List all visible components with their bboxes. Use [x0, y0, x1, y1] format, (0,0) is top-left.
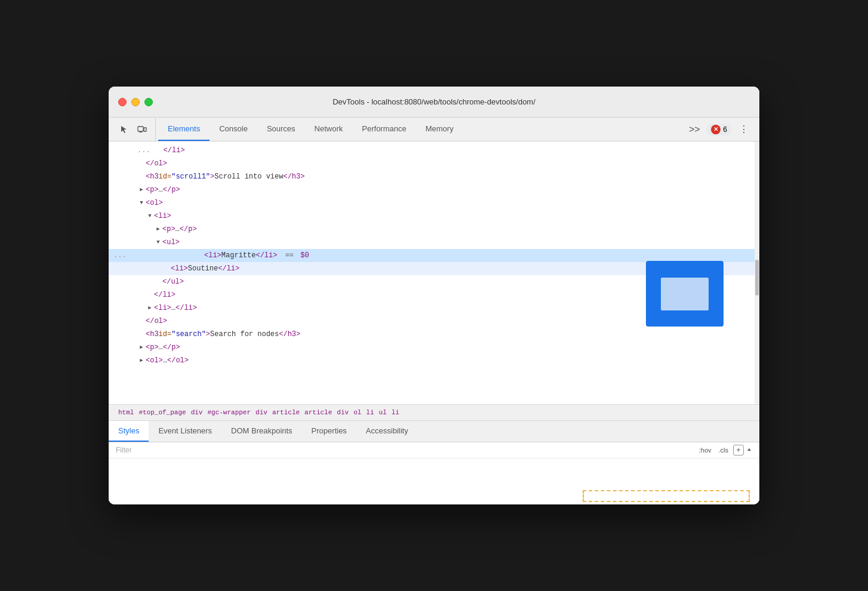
- cls-filter-button[interactable]: .cls: [716, 445, 731, 455]
- element-preview-inner: [661, 278, 709, 310]
- filter-input[interactable]: [116, 446, 692, 454]
- expand-triangle[interactable]: [137, 341, 146, 353]
- ellipsis: ...: [137, 144, 150, 156]
- breadcrumb-item-div3[interactable]: div: [334, 409, 351, 416]
- dom-scrollbar[interactable]: [755, 141, 759, 404]
- dom-line[interactable]: <ul>: [109, 236, 759, 249]
- dom-line[interactable]: <ol>…</ol>: [109, 354, 759, 367]
- device-icon-button[interactable]: [134, 121, 150, 138]
- dom-line[interactable]: <h3 id="scroll1">Scroll into view</h3>: [109, 170, 759, 183]
- breadcrumb-item-article2[interactable]: article: [302, 409, 334, 416]
- devtools-window: DevTools - localhost:8080/web/tools/chro…: [109, 87, 759, 504]
- expand-triangle[interactable]: [146, 302, 154, 314]
- window-title: DevTools - localhost:8080/web/tools/chro…: [333, 97, 535, 106]
- breadcrumb-item-article1[interactable]: article: [270, 409, 302, 416]
- dom-line[interactable]: <p>…</p>: [109, 223, 759, 236]
- bottom-content: [109, 458, 759, 504]
- collapse-triangle[interactable]: [154, 236, 162, 248]
- breadcrumb-item-div2[interactable]: div: [253, 409, 270, 416]
- traffic-lights: [118, 98, 153, 106]
- tab-memory[interactable]: Memory: [416, 118, 463, 141]
- element-preview: [646, 261, 724, 327]
- hov-filter-button[interactable]: :hov: [697, 445, 714, 455]
- bottom-tab-dom-breakpoints[interactable]: DOM Breakpoints: [221, 421, 302, 442]
- bottom-tab-styles[interactable]: Styles: [109, 421, 149, 442]
- dom-line[interactable]: <p>…</p>: [109, 341, 759, 354]
- new-rule-icon: [746, 447, 752, 453]
- breadcrumb-item-top-of-page[interactable]: #top_of_page: [136, 409, 188, 416]
- dom-line[interactable]: <li>: [109, 210, 759, 223]
- maximize-button[interactable]: [144, 98, 153, 106]
- tab-performance[interactable]: Performance: [352, 118, 415, 141]
- dom-line[interactable]: <h3 id="search">Search for nodes</h3>: [109, 328, 759, 341]
- breadcrumb-item-ol[interactable]: ol: [351, 409, 364, 416]
- bottom-hint-box: [583, 490, 750, 502]
- dom-line-selected[interactable]: ... <li>Magritte</li> == $0: [109, 249, 759, 262]
- error-badge[interactable]: ✕ 6: [706, 124, 732, 136]
- breadcrumb-item-li2[interactable]: li: [389, 409, 402, 416]
- svg-rect-0: [138, 127, 143, 131]
- tab-console[interactable]: Console: [210, 118, 257, 141]
- toolbar-icons: [111, 118, 156, 141]
- bottom-tab-event-listeners[interactable]: Event Listeners: [149, 421, 221, 442]
- tab-sources[interactable]: Sources: [257, 118, 305, 141]
- breadcrumb-item-gc-wrapper[interactable]: #gc-wrapper: [205, 409, 253, 416]
- filter-bar: :hov .cls +: [109, 442, 759, 458]
- collapse-triangle[interactable]: [146, 210, 154, 222]
- more-tabs-button[interactable]: >>: [686, 121, 703, 138]
- breadcrumb-item-li1[interactable]: li: [364, 409, 376, 416]
- dom-line[interactable]: ... </li>: [109, 144, 759, 157]
- bottom-panel: Styles Event Listeners DOM Breakpoints P…: [109, 421, 759, 504]
- expand-triangle[interactable]: [137, 184, 146, 196]
- expand-triangle[interactable]: [154, 223, 162, 235]
- inspect-icon-button[interactable]: [116, 121, 133, 138]
- expand-triangle[interactable]: [137, 355, 146, 367]
- title-bar: DevTools - localhost:8080/web/tools/chro…: [109, 87, 759, 118]
- dom-line[interactable]: </ol>: [109, 157, 759, 170]
- kebab-menu-button[interactable]: ⋮: [735, 121, 752, 138]
- tab-network[interactable]: Network: [305, 118, 353, 141]
- minimize-button[interactable]: [131, 98, 140, 106]
- breadcrumb: html #top_of_page div #gc-wrapper div ar…: [109, 404, 759, 421]
- elements-panel: ... </li> </ol> <h3 id="scroll1">Scroll …: [109, 141, 759, 421]
- bottom-tab-accessibility[interactable]: Accessibility: [356, 421, 418, 442]
- main-tabs: Elements Console Sources Network Perform…: [158, 118, 681, 141]
- selection-dots: ...: [109, 250, 127, 261]
- error-icon: ✕: [711, 125, 721, 134]
- breadcrumb-item-ul[interactable]: ul: [377, 409, 389, 416]
- breadcrumb-item-div1[interactable]: div: [189, 409, 205, 416]
- dom-line[interactable]: <ol>: [109, 196, 759, 210]
- scrollbar-thumb[interactable]: [755, 260, 759, 296]
- filter-buttons: :hov .cls +: [697, 445, 752, 455]
- tab-elements[interactable]: Elements: [158, 118, 210, 141]
- devtools-toolbar: Elements Console Sources Network Perform…: [109, 118, 759, 141]
- add-style-rule-button[interactable]: +: [733, 445, 744, 455]
- toolbar-right: >> ✕ 6 ⋮: [681, 118, 757, 141]
- bottom-tabs: Styles Event Listeners DOM Breakpoints P…: [109, 421, 759, 442]
- bottom-tab-properties[interactable]: Properties: [302, 421, 356, 442]
- collapse-triangle[interactable]: [137, 197, 146, 209]
- dom-tree[interactable]: ... </li> </ol> <h3 id="scroll1">Scroll …: [109, 141, 759, 404]
- breadcrumb-item-html[interactable]: html: [116, 409, 136, 416]
- svg-rect-1: [144, 128, 146, 131]
- close-button[interactable]: [118, 98, 127, 106]
- dom-line[interactable]: <p>…</p>: [109, 183, 759, 196]
